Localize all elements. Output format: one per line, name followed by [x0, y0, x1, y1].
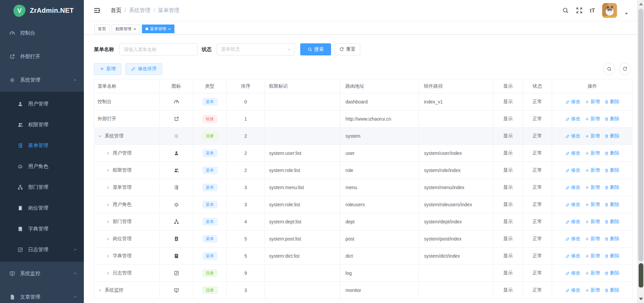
plus-row-action[interactable]: 新增: [585, 184, 600, 190]
sidebar-item-monitor[interactable]: 系统监控: [0, 262, 84, 285]
plus-row-action[interactable]: 新增: [585, 167, 600, 173]
breadcrumb-separator: /: [124, 7, 126, 13]
sidebar-item-log[interactable]: 日志管理: [0, 239, 84, 260]
trash-row-action[interactable]: 删除: [604, 236, 620, 242]
table-refresh-button[interactable]: [619, 63, 631, 75]
add-button[interactable]: 新增: [94, 63, 121, 75]
expand-row-icon[interactable]: [106, 237, 110, 241]
tab-权限管理[interactable]: 权限管理×: [112, 25, 140, 33]
org-icon: [17, 184, 23, 190]
expand-row-icon[interactable]: [106, 254, 110, 258]
search-icon[interactable]: [562, 7, 569, 14]
tab-close-icon[interactable]: ×: [133, 27, 136, 31]
menu-name-input[interactable]: [119, 43, 198, 55]
edit-row-action[interactable]: 修改: [566, 270, 581, 276]
font-size-icon[interactable]: tT: [590, 8, 595, 13]
edit-row-action[interactable]: 修改: [566, 167, 581, 173]
edit-row-action[interactable]: 修改: [566, 253, 581, 259]
edit-row-action[interactable]: 修改: [566, 287, 581, 293]
plus-row-action[interactable]: 新增: [585, 236, 600, 242]
plus-row-action[interactable]: 新增: [585, 116, 600, 122]
doc-icon: [9, 294, 15, 300]
sidebar-item-gear[interactable]: 系统管理: [0, 68, 84, 92]
component-cell: [419, 128, 493, 145]
actions-cell: 修改新增删除: [552, 265, 633, 282]
expand-row-icon[interactable]: [106, 271, 110, 275]
sidebar-item-doc[interactable]: 文章管理: [0, 285, 84, 303]
trash-row-action[interactable]: 删除: [604, 184, 620, 190]
breadcrumb-item[interactable]: 首页: [111, 7, 121, 14]
sidebar-item-book[interactable]: 字典管理: [0, 218, 84, 239]
trash-row-action[interactable]: 删除: [604, 167, 620, 173]
trash-row-action[interactable]: 删除: [604, 99, 620, 105]
sidebar-item-tree[interactable]: 菜单管理: [0, 135, 84, 156]
plus-row-action[interactable]: 新增: [585, 99, 600, 105]
sidebar-item-external[interactable]: 外部打开: [0, 45, 84, 68]
trash-row-action[interactable]: 删除: [604, 219, 620, 225]
tab-close-icon[interactable]: ×: [168, 27, 171, 31]
scroll-up-icon[interactable]: [639, 3, 643, 5]
trash-row-action[interactable]: 删除: [604, 202, 620, 208]
expand-row-icon[interactable]: [106, 168, 110, 173]
edit-row-action[interactable]: 修改: [566, 150, 581, 156]
action-label: 新增: [591, 184, 600, 190]
scrollbar-thumb[interactable]: [638, 9, 643, 261]
search-button[interactable]: 搜索: [300, 43, 331, 55]
route-cell: system: [340, 128, 419, 145]
refresh-icon: [623, 67, 628, 72]
trash-row-action[interactable]: 删除: [604, 116, 620, 122]
tab-首页[interactable]: 首页: [94, 25, 110, 33]
expand-row-icon[interactable]: [106, 151, 110, 156]
edit-row-action[interactable]: 修改: [566, 99, 581, 105]
edit-row-action[interactable]: 修改: [566, 219, 581, 225]
sidebar-item-label: 外部打开: [20, 53, 40, 60]
expand-row-icon[interactable]: [106, 220, 110, 224]
sidebar-item-users[interactable]: 权限管理: [0, 114, 84, 135]
trash-row-action[interactable]: 删除: [604, 270, 620, 276]
plus-row-action[interactable]: 新增: [585, 270, 600, 276]
status-cell: 正常: [523, 93, 552, 111]
sidebar-item-dashboard[interactable]: 控制台: [0, 21, 84, 45]
expand-row-icon[interactable]: [106, 185, 110, 190]
scroll-down-icon[interactable]: [639, 298, 643, 300]
sidebar-item-org[interactable]: 部门管理: [0, 177, 84, 198]
plus-row-action[interactable]: 新增: [585, 287, 600, 293]
fullscreen-icon[interactable]: [576, 7, 583, 14]
edit-row-action[interactable]: 修改: [566, 184, 581, 190]
page-scrollbar[interactable]: [637, 0, 644, 303]
plus-row-action[interactable]: 新增: [585, 150, 600, 156]
plus-row-action[interactable]: 新增: [585, 202, 600, 208]
trash-row-action[interactable]: 删除: [604, 287, 620, 293]
app-logo[interactable]: V ZrAdmin.NET: [0, 0, 84, 21]
caret-down-icon[interactable]: [624, 11, 629, 16]
sidebar-item-badge[interactable]: 岗位管理: [0, 198, 84, 218]
permission-cell: system:post:list: [265, 230, 340, 248]
edit-row-action[interactable]: 修改: [566, 202, 581, 208]
sort-cell: 3: [227, 282, 265, 299]
sidebar-collapse-icon[interactable]: [93, 7, 101, 14]
column-header: 显示: [493, 79, 523, 93]
tab-菜单管理[interactable]: 菜单管理×: [142, 25, 175, 33]
menu-status-select[interactable]: 菜单状态: [217, 43, 295, 55]
table-search-button[interactable]: [603, 63, 615, 75]
sidebar-item-user[interactable]: 用户管理: [0, 93, 84, 114]
edit-row-action[interactable]: 修改: [566, 236, 581, 242]
sidebar: V ZrAdmin.NET 控制台外部打开系统管理用户管理权限管理菜单管理用户角…: [0, 0, 84, 303]
edit-icon: [566, 203, 570, 207]
sidebar-item-label: 控制台: [20, 30, 35, 36]
expand-row-icon[interactable]: [106, 203, 110, 207]
trash-row-action[interactable]: 删除: [604, 253, 620, 259]
edit-row-action[interactable]: 修改: [566, 116, 581, 122]
reset-button[interactable]: 重置: [335, 43, 360, 55]
collapse-row-icon[interactable]: [98, 134, 102, 138]
sidebar-item-robot[interactable]: 用户角色: [0, 156, 84, 177]
plus-row-action[interactable]: 新增: [585, 253, 600, 259]
edit-sort-button[interactable]: 修改排序: [125, 63, 162, 75]
user-avatar[interactable]: [602, 3, 617, 18]
edit-row-action[interactable]: 修改: [566, 133, 581, 139]
expand-row-icon[interactable]: [98, 288, 102, 293]
trash-row-action[interactable]: 删除: [604, 150, 620, 156]
plus-row-action[interactable]: 新增: [585, 219, 600, 225]
plus-row-action[interactable]: 新增: [585, 133, 600, 139]
trash-row-action[interactable]: 删除: [604, 133, 620, 139]
